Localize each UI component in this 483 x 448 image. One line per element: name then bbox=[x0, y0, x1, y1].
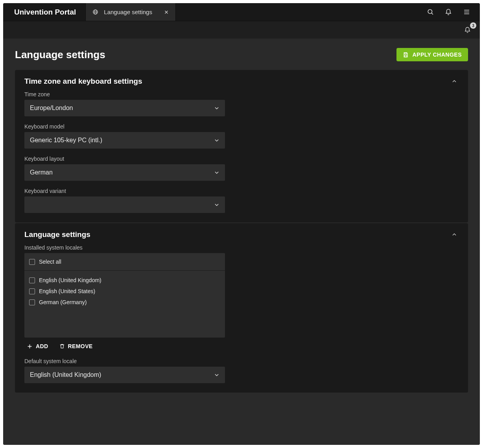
select-value: German bbox=[30, 169, 53, 176]
locale-item[interactable]: English (United Kingdom) bbox=[29, 275, 220, 286]
keyboard-model-select[interactable]: Generic 105-key PC (intl.) bbox=[24, 132, 225, 149]
timezone-select[interactable]: Europe/London bbox=[24, 100, 225, 116]
topbar-spacer bbox=[176, 3, 417, 21]
select-value: English (United Kingdom) bbox=[30, 371, 101, 378]
svg-rect-10 bbox=[405, 52, 407, 53]
keyboard-variant-select[interactable] bbox=[24, 196, 225, 213]
locale-label: English (United States) bbox=[39, 288, 95, 294]
close-icon[interactable] bbox=[163, 9, 170, 16]
field-default-locale: Default system locale English (United Ki… bbox=[24, 358, 225, 383]
remove-label: REMOVE bbox=[68, 343, 93, 349]
keyboard-layout-select[interactable]: German bbox=[24, 164, 225, 181]
field-label: Installed system locales bbox=[24, 244, 225, 251]
section-timezone-keyboard: Time zone and keyboard settings Time zon… bbox=[15, 70, 468, 222]
select-all-label: Select all bbox=[39, 259, 61, 265]
chevron-down-icon bbox=[214, 138, 219, 143]
plus-icon bbox=[27, 343, 33, 349]
locales-list: English (United Kingdom) English (United… bbox=[24, 271, 225, 338]
add-button[interactable]: ADD bbox=[27, 343, 48, 349]
checkbox-icon[interactable] bbox=[29, 277, 35, 283]
tab-label: Language settings bbox=[104, 9, 157, 15]
content-area: Language settings APPLY CHANGES Time zon… bbox=[3, 39, 480, 445]
checkbox-icon[interactable] bbox=[29, 259, 35, 265]
menu-icon[interactable] bbox=[462, 7, 471, 17]
apply-changes-button[interactable]: APPLY CHANGES bbox=[396, 48, 468, 61]
page-title: Language settings bbox=[15, 49, 105, 61]
topbar: Univention Portal Language settings bbox=[3, 3, 480, 21]
field-label: Time zone bbox=[24, 91, 225, 97]
card-title: Language settings bbox=[24, 230, 90, 239]
locale-item[interactable]: German (Germany) bbox=[29, 297, 220, 308]
tab-language-settings[interactable]: Language settings bbox=[85, 3, 176, 21]
notification-badge: 3 bbox=[470, 22, 476, 29]
locale-label: English (United Kingdom) bbox=[39, 277, 101, 283]
brand-title[interactable]: Univention Portal bbox=[3, 3, 85, 21]
chevron-down-icon bbox=[214, 170, 219, 175]
locale-actions: ADD REMOVE bbox=[24, 338, 225, 351]
add-label: ADD bbox=[36, 343, 48, 349]
field-installed-locales: Installed system locales Select all Engl… bbox=[24, 244, 225, 351]
field-label: Keyboard variant bbox=[24, 188, 225, 194]
topbar-actions bbox=[417, 3, 480, 21]
field-keyboard-model: Keyboard model Generic 105-key PC (intl.… bbox=[24, 123, 225, 149]
locales-listbox: Select all English (United Kingdom) Engl… bbox=[24, 253, 225, 338]
select-all-row[interactable]: Select all bbox=[24, 253, 225, 271]
bell-icon[interactable] bbox=[444, 7, 453, 17]
app-root: Univention Portal Language settings bbox=[3, 3, 480, 445]
locale-label: German (Germany) bbox=[39, 299, 87, 305]
field-keyboard-variant: Keyboard variant bbox=[24, 188, 225, 213]
checkbox-icon[interactable] bbox=[29, 288, 35, 294]
section-language: Language settings Installed system local… bbox=[15, 223, 468, 393]
svg-rect-11 bbox=[405, 55, 407, 57]
chevron-up-icon[interactable] bbox=[450, 77, 459, 86]
card-header: Language settings bbox=[24, 230, 459, 239]
chevron-down-icon bbox=[214, 105, 219, 111]
default-locale-select[interactable]: English (United Kingdom) bbox=[24, 367, 225, 383]
search-icon[interactable] bbox=[426, 7, 435, 17]
svg-point-5 bbox=[428, 9, 432, 13]
save-icon bbox=[403, 52, 409, 58]
chevron-down-icon bbox=[214, 202, 219, 207]
notifications-button[interactable]: 3 bbox=[463, 25, 472, 35]
remove-button[interactable]: REMOVE bbox=[59, 343, 93, 349]
page-header: Language settings APPLY CHANGES bbox=[15, 48, 468, 61]
card-title: Time zone and keyboard settings bbox=[24, 77, 142, 86]
field-timezone: Time zone Europe/London bbox=[24, 91, 225, 116]
trash-icon bbox=[59, 343, 65, 349]
locale-item[interactable]: English (United States) bbox=[29, 286, 220, 297]
subbar: 3 bbox=[3, 21, 480, 39]
field-label: Keyboard layout bbox=[24, 156, 225, 162]
field-label: Keyboard model bbox=[24, 123, 225, 130]
chevron-down-icon bbox=[214, 372, 219, 378]
globe-icon bbox=[92, 9, 98, 15]
field-keyboard-layout: Keyboard layout German bbox=[24, 156, 225, 181]
card-header: Time zone and keyboard settings bbox=[24, 77, 459, 86]
chevron-up-icon[interactable] bbox=[450, 230, 459, 239]
checkbox-icon[interactable] bbox=[29, 299, 35, 305]
svg-line-6 bbox=[431, 13, 433, 15]
select-value: Europe/London bbox=[30, 105, 73, 112]
field-label: Default system locale bbox=[24, 358, 225, 364]
apply-label: APPLY CHANGES bbox=[412, 51, 462, 58]
select-value: Generic 105-key PC (intl.) bbox=[30, 137, 102, 144]
